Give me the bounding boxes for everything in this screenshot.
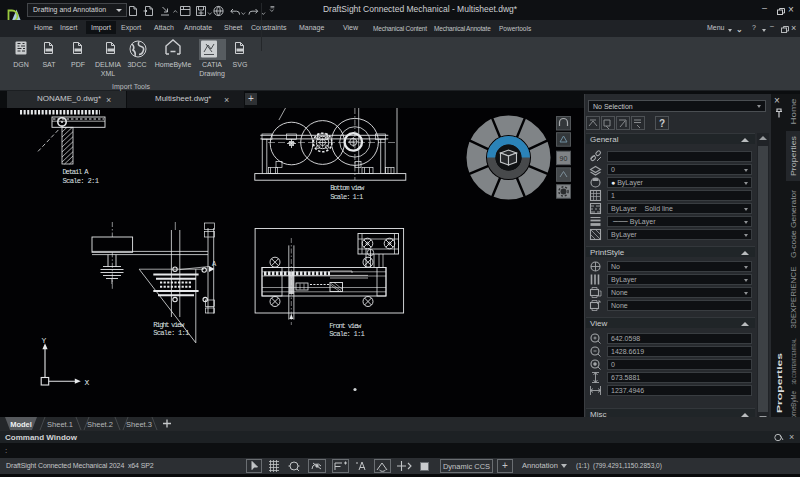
svg-text:3D CONTENTCENTRAL: 3D CONTENTCENTRAL — [791, 338, 797, 384]
svg-text:Front view: Front view — [329, 322, 362, 330]
svg-text:Detail A: Detail A — [63, 168, 90, 176]
svg-text:3DEXPERIENCE: 3DEXPERIENCE — [790, 266, 797, 328]
svg-text:Scale: 2:1: Scale: 2:1 — [63, 177, 100, 185]
svg-text:A: A — [212, 260, 217, 268]
svg-text:Sheet.1: Sheet.1 — [47, 420, 73, 429]
svg-text:Scale: 1:1: Scale: 1:1 — [329, 330, 365, 338]
svg-text:Bottom view: Bottom view — [330, 184, 365, 192]
svg-text:Scale: 1:1: Scale: 1:1 — [153, 329, 189, 337]
svg-text:90: 90 — [560, 155, 568, 162]
svg-text:Sheet.3: Sheet.3 — [126, 420, 152, 429]
svg-text:Scale: 1:1: Scale: 1:1 — [330, 193, 363, 201]
svg-text:Properties: Properties — [790, 135, 798, 176]
svg-text:Model: Model — [10, 420, 32, 429]
svg-text:X: X — [85, 378, 90, 387]
svg-text:Home: Home — [790, 98, 797, 124]
svg-text:G-code Generator: G-code Generator — [790, 189, 797, 258]
svg-text:Right view: Right view — [153, 321, 185, 329]
svg-text:Properties: Properties — [775, 352, 784, 413]
svg-text:Sheet.2: Sheet.2 — [87, 420, 113, 429]
svg-text:?: ? — [659, 118, 665, 129]
svg-text:Y: Y — [42, 336, 47, 345]
